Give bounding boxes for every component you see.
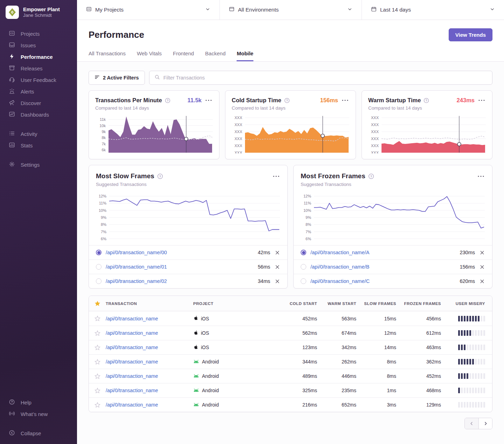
transaction-link[interactable]: /api/0/transaction_name/C: [310, 278, 370, 284]
sidebar-item-issues[interactable]: Issues: [0, 40, 77, 51]
transaction-link[interactable]: /api/0/transaction_name/02: [106, 278, 167, 284]
performance-icon: [9, 53, 15, 61]
help-icon[interactable]: ?: [284, 98, 290, 103]
context-menu-icon[interactable]: [204, 98, 213, 102]
close-icon[interactable]: [479, 264, 485, 270]
sidebar-item-label: User Feedback: [21, 77, 56, 83]
column-header[interactable]: USER MISERY: [441, 301, 492, 306]
sidebar-item-dashboards[interactable]: Dashboards: [0, 109, 77, 120]
slow-frames-value: 8ms: [356, 359, 396, 365]
search-input[interactable]: [163, 75, 487, 81]
warm-start-value: 342ms: [317, 345, 356, 350]
sidebar-item-help[interactable]: Help: [0, 397, 77, 408]
sidebar-item-activity[interactable]: Activity: [0, 128, 77, 140]
transaction-link[interactable]: /api/0/transaction_name/A: [310, 250, 369, 255]
sidebar-item-performance[interactable]: Performance: [0, 51, 77, 63]
sidebar-item-label: Discover: [21, 100, 41, 106]
star-icon[interactable]: [89, 359, 106, 365]
close-icon[interactable]: [274, 250, 280, 256]
radio-button[interactable]: [301, 278, 306, 284]
project-selector-label: My Projects: [95, 7, 124, 13]
sidebar-item-user-feedback[interactable]: User Feedback: [0, 74, 77, 86]
tab-frontend[interactable]: Frontend: [173, 50, 194, 61]
prev-page-button[interactable]: [465, 418, 478, 429]
radio-button[interactable]: [96, 278, 102, 284]
view-trends-button[interactable]: View Trends: [449, 28, 492, 41]
star-header-icon[interactable]: [89, 300, 106, 306]
column-header[interactable]: PROJECT: [193, 301, 278, 306]
radio-button[interactable]: [96, 250, 102, 255]
help-icon[interactable]: ?: [165, 98, 170, 103]
close-icon[interactable]: [274, 278, 280, 284]
svg-text:XXX: XXX: [371, 151, 379, 153]
transaction-link[interactable]: /api/0/transaction_name: [106, 316, 193, 321]
star-icon[interactable]: [89, 388, 106, 394]
star-icon[interactable]: [89, 315, 106, 321]
transaction-link[interactable]: /api/0/transaction_name: [106, 345, 193, 350]
context-menu-icon[interactable]: [477, 98, 486, 102]
sidebar-item-collapse[interactable]: Collapse: [0, 428, 77, 439]
warm-start-value: 652ms: [317, 402, 356, 408]
sidebar-item-settings[interactable]: Settings: [0, 159, 77, 171]
transaction-link[interactable]: /api/0/transaction_name: [106, 402, 193, 408]
org-header[interactable]: Empower Plant Jane Schmidt: [0, 6, 77, 28]
close-icon[interactable]: [479, 278, 485, 284]
column-header[interactable]: SLOW FRAMES: [356, 301, 396, 306]
project-cell: iOS: [193, 330, 278, 337]
project-selector[interactable]: My Projects: [77, 0, 220, 20]
column-header[interactable]: TRANSACTION: [106, 301, 193, 306]
radio-button[interactable]: [301, 250, 306, 255]
svg-text:?: ?: [286, 99, 288, 102]
svg-text:6k: 6k: [102, 148, 106, 152]
active-filters-button[interactable]: 2 Active Filters: [89, 71, 145, 85]
apple-icon: [193, 330, 198, 337]
frozen-frames-chart: 12%11%10%9%8%7%6%: [301, 190, 485, 243]
slow-frames-card: Most Slow Frames ? Suggested Transaction…: [89, 165, 288, 289]
tab-mobile[interactable]: Mobile: [237, 50, 253, 61]
environment-selector[interactable]: All Environments: [220, 0, 362, 20]
context-menu-icon[interactable]: [341, 98, 349, 102]
transaction-link[interactable]: /api/0/transaction_name: [106, 330, 193, 336]
date-range-selector[interactable]: Last 14 days: [362, 0, 504, 20]
help-icon[interactable]: ?: [368, 173, 374, 179]
radio-button[interactable]: [96, 264, 102, 270]
sidebar-item-stats[interactable]: Stats: [0, 140, 77, 151]
column-header[interactable]: COLD START: [278, 301, 317, 306]
star-icon[interactable]: [89, 373, 106, 379]
context-menu-icon[interactable]: [477, 174, 485, 178]
transaction-link[interactable]: /api/0/transaction_name/B: [310, 264, 369, 270]
star-icon[interactable]: [89, 345, 106, 351]
tab-backend[interactable]: Backend: [205, 50, 225, 61]
transaction-link[interactable]: /api/0/transaction_name: [106, 359, 193, 365]
card-value: 11.5k: [188, 97, 202, 104]
context-menu-icon[interactable]: [272, 174, 280, 178]
star-icon[interactable]: [89, 330, 106, 336]
column-header[interactable]: WARM START: [317, 301, 356, 306]
sidebar-item-releases[interactable]: Releases: [0, 63, 77, 74]
radio-button[interactable]: [301, 264, 306, 270]
sidebar-item-what-s-new[interactable]: What’s new: [0, 408, 77, 420]
svg-text:11k: 11k: [100, 117, 106, 122]
sidebar-item-projects[interactable]: Projects: [0, 28, 77, 40]
transaction-link[interactable]: /api/0/transaction_name: [106, 388, 193, 393]
tab-web-vitals[interactable]: Web Vitals: [137, 50, 162, 61]
column-header[interactable]: FROZEN FRAMES: [396, 301, 441, 306]
sidebar-item-alerts[interactable]: Alerts: [0, 86, 77, 97]
table-row: /api/0/transaction_nameiOS123ms342ms14ms…: [89, 340, 492, 354]
frame-list-item: /api/0/transaction_name/0042ms: [89, 245, 287, 259]
tab-all-transactions[interactable]: All Transactions: [89, 50, 126, 61]
next-page-button[interactable]: [478, 418, 492, 429]
transaction-link[interactable]: /api/0/transaction_name/00: [106, 250, 167, 255]
star-icon[interactable]: [89, 402, 106, 408]
sidebar-item-discover[interactable]: Discover: [0, 97, 77, 109]
help-icon[interactable]: ?: [157, 173, 163, 179]
table-row: /api/0/transaction_nameiOS452ms563ms15ms…: [89, 311, 492, 326]
org-name: Empower Plant: [23, 6, 60, 13]
help-icon[interactable]: ?: [424, 98, 429, 103]
close-icon[interactable]: [479, 250, 485, 256]
apple-icon: [193, 315, 198, 322]
transaction-link[interactable]: /api/0/transaction_name/01: [106, 264, 167, 270]
android-icon: [193, 359, 199, 365]
close-icon[interactable]: [274, 264, 280, 270]
transaction-link[interactable]: /api/0/transaction_name: [106, 373, 193, 379]
